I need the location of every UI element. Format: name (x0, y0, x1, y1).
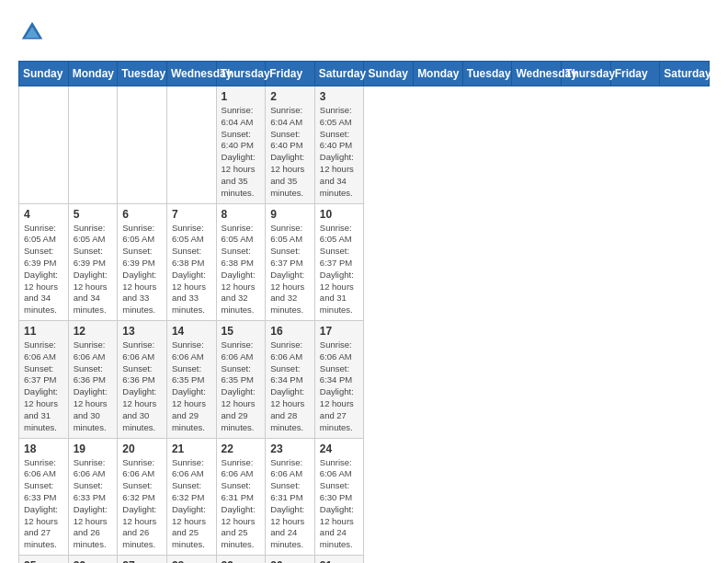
calendar-cell: 30Sunrise: 6:06 AM Sunset: 6:27 PM Dayli… (266, 556, 315, 564)
calendar-cell: 16Sunrise: 6:06 AM Sunset: 6:34 PM Dayli… (266, 321, 315, 439)
day-number: 16 (270, 325, 310, 338)
calendar-cell: 9Sunrise: 6:05 AM Sunset: 6:37 PM Daylig… (266, 203, 315, 321)
calendar-week-row: 1Sunrise: 6:04 AM Sunset: 6:40 PM Daylig… (19, 86, 710, 204)
calendar-cell: 15Sunrise: 6:06 AM Sunset: 6:35 PM Dayli… (216, 321, 266, 439)
calendar-week-row: 18Sunrise: 6:06 AM Sunset: 6:33 PM Dayli… (19, 438, 710, 556)
calendar-cell: 18Sunrise: 6:06 AM Sunset: 6:33 PM Dayli… (19, 438, 69, 556)
day-number: 31 (320, 559, 359, 563)
day-info: Sunrise: 6:05 AM Sunset: 6:37 PM Dayligh… (270, 223, 310, 317)
day-number: 23 (270, 442, 310, 455)
day-number: 15 (222, 325, 261, 338)
calendar-table: SundayMondayTuesdayWednesdayThursdayFrid… (18, 61, 710, 563)
day-number: 7 (172, 208, 211, 221)
calendar-week-row: 25Sunrise: 6:06 AM Sunset: 6:30 PM Dayli… (19, 556, 710, 564)
calendar-cell: 28Sunrise: 6:06 AM Sunset: 6:28 PM Dayli… (166, 556, 216, 564)
calendar-cell: 5Sunrise: 6:05 AM Sunset: 6:39 PM Daylig… (68, 203, 118, 321)
calendar-cell: 31Sunrise: 6:06 AM Sunset: 6:26 PM Dayli… (314, 556, 364, 564)
calendar-cell (68, 86, 118, 204)
calendar-cell: 8Sunrise: 6:05 AM Sunset: 6:38 PM Daylig… (216, 203, 266, 321)
day-number: 6 (122, 208, 162, 221)
day-info: Sunrise: 6:06 AM Sunset: 6:34 PM Dayligh… (270, 339, 310, 434)
calendar-cell: 19Sunrise: 6:06 AM Sunset: 6:33 PM Dayli… (68, 438, 118, 556)
calendar-day-header: Wednesday (512, 62, 562, 86)
day-number: 29 (222, 559, 261, 563)
day-number: 3 (320, 90, 359, 103)
day-info: Sunrise: 6:05 AM Sunset: 6:39 PM Dayligh… (24, 223, 63, 317)
day-number: 27 (122, 559, 162, 563)
day-number: 30 (270, 559, 310, 563)
day-number: 2 (270, 90, 310, 103)
calendar-cell: 10Sunrise: 6:05 AM Sunset: 6:37 PM Dayli… (314, 203, 364, 321)
day-number: 20 (122, 442, 162, 455)
calendar-cell: 4Sunrise: 6:05 AM Sunset: 6:39 PM Daylig… (19, 203, 69, 321)
calendar-day-header: Sunday (364, 62, 414, 86)
day-number: 25 (24, 559, 63, 563)
calendar-cell: 23Sunrise: 6:06 AM Sunset: 6:31 PM Dayli… (266, 438, 315, 556)
calendar-cell (118, 86, 167, 204)
calendar-cell: 17Sunrise: 6:06 AM Sunset: 6:34 PM Dayli… (314, 321, 364, 439)
day-number: 4 (24, 208, 63, 221)
day-number: 22 (222, 442, 261, 455)
calendar-cell: 20Sunrise: 6:06 AM Sunset: 6:32 PM Dayli… (118, 438, 167, 556)
calendar-cell: 2Sunrise: 6:04 AM Sunset: 6:40 PM Daylig… (266, 86, 315, 204)
day-info: Sunrise: 6:05 AM Sunset: 6:40 PM Dayligh… (320, 105, 359, 200)
day-info: Sunrise: 6:06 AM Sunset: 6:31 PM Dayligh… (270, 457, 310, 552)
calendar-cell (19, 86, 69, 204)
calendar-header-row: SundayMondayTuesdayWednesdayThursdayFrid… (19, 62, 710, 86)
day-number: 21 (172, 442, 211, 455)
calendar-day-header: Monday (414, 62, 463, 86)
day-info: Sunrise: 6:06 AM Sunset: 6:31 PM Dayligh… (222, 457, 261, 552)
day-number: 14 (172, 325, 211, 338)
calendar-cell: 14Sunrise: 6:06 AM Sunset: 6:35 PM Dayli… (166, 321, 216, 439)
day-number: 9 (270, 208, 310, 221)
day-number: 19 (74, 442, 113, 455)
page-header (18, 18, 710, 46)
day-info: Sunrise: 6:06 AM Sunset: 6:33 PM Dayligh… (74, 457, 113, 552)
calendar-cell: 25Sunrise: 6:06 AM Sunset: 6:30 PM Dayli… (19, 556, 69, 564)
calendar-cell: 26Sunrise: 6:06 AM Sunset: 6:29 PM Dayli… (68, 556, 118, 564)
logo (18, 18, 50, 46)
day-number: 24 (320, 442, 359, 455)
day-number: 12 (74, 325, 113, 338)
day-number: 8 (222, 208, 261, 221)
calendar-cell: 24Sunrise: 6:06 AM Sunset: 6:30 PM Dayli… (314, 438, 364, 556)
calendar-cell: 13Sunrise: 6:06 AM Sunset: 6:36 PM Dayli… (118, 321, 167, 439)
day-info: Sunrise: 6:05 AM Sunset: 6:39 PM Dayligh… (122, 223, 162, 317)
calendar-cell: 6Sunrise: 6:05 AM Sunset: 6:39 PM Daylig… (118, 203, 167, 321)
calendar-day-header: Thursday (216, 62, 266, 86)
calendar-day-header: Thursday (562, 62, 611, 86)
day-number: 1 (222, 90, 261, 103)
calendar-cell: 21Sunrise: 6:06 AM Sunset: 6:32 PM Dayli… (166, 438, 216, 556)
day-info: Sunrise: 6:06 AM Sunset: 6:37 PM Dayligh… (24, 339, 63, 434)
calendar-day-header: Sunday (19, 62, 69, 86)
day-info: Sunrise: 6:05 AM Sunset: 6:38 PM Dayligh… (172, 223, 211, 317)
day-info: Sunrise: 6:06 AM Sunset: 6:35 PM Dayligh… (222, 339, 261, 434)
day-info: Sunrise: 6:06 AM Sunset: 6:33 PM Dayligh… (24, 457, 63, 552)
calendar-cell (166, 86, 216, 204)
calendar-cell: 1Sunrise: 6:04 AM Sunset: 6:40 PM Daylig… (216, 86, 266, 204)
day-info: Sunrise: 6:04 AM Sunset: 6:40 PM Dayligh… (270, 105, 310, 200)
day-info: Sunrise: 6:06 AM Sunset: 6:35 PM Dayligh… (172, 339, 211, 434)
day-info: Sunrise: 6:06 AM Sunset: 6:34 PM Dayligh… (320, 339, 359, 434)
calendar-day-header: Friday (610, 62, 660, 86)
logo-icon (18, 18, 46, 46)
day-info: Sunrise: 6:04 AM Sunset: 6:40 PM Dayligh… (222, 105, 261, 200)
calendar-cell: 27Sunrise: 6:06 AM Sunset: 6:29 PM Dayli… (118, 556, 167, 564)
day-info: Sunrise: 6:05 AM Sunset: 6:38 PM Dayligh… (222, 223, 261, 317)
day-number: 10 (320, 208, 359, 221)
calendar-week-row: 4Sunrise: 6:05 AM Sunset: 6:39 PM Daylig… (19, 203, 710, 321)
calendar-day-header: Tuesday (118, 62, 167, 86)
day-number: 17 (320, 325, 359, 338)
day-info: Sunrise: 6:05 AM Sunset: 6:37 PM Dayligh… (320, 223, 359, 317)
day-number: 11 (24, 325, 63, 338)
day-number: 5 (74, 208, 113, 221)
calendar-day-header: Wednesday (166, 62, 216, 86)
calendar-cell: 7Sunrise: 6:05 AM Sunset: 6:38 PM Daylig… (166, 203, 216, 321)
calendar-cell: 29Sunrise: 6:06 AM Sunset: 6:27 PM Dayli… (216, 556, 266, 564)
calendar-day-header: Saturday (660, 62, 710, 86)
day-number: 26 (74, 559, 113, 563)
calendar-day-header: Saturday (314, 62, 364, 86)
day-info: Sunrise: 6:05 AM Sunset: 6:39 PM Dayligh… (74, 223, 113, 317)
day-number: 28 (172, 559, 211, 563)
calendar-cell: 12Sunrise: 6:06 AM Sunset: 6:36 PM Dayli… (68, 321, 118, 439)
